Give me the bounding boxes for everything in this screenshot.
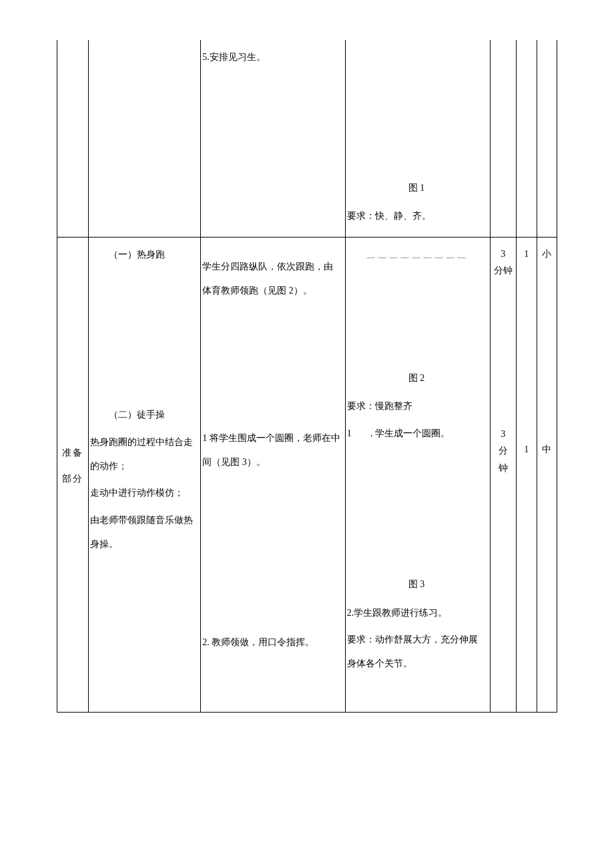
- figure-2-label: 图 2: [347, 366, 486, 390]
- time-b-unit2: 钟: [492, 460, 514, 476]
- cell-intensity: 小 中: [537, 237, 557, 712]
- count-b: 1: [518, 441, 535, 458]
- figure-1-placeholder: [347, 45, 486, 172]
- time-b-unit1: 分: [492, 442, 514, 459]
- teacher-item: 5.安排见习生。: [202, 45, 340, 69]
- student-req2: 要求：动作舒展大方，充分伸展身体各个关节。: [347, 628, 486, 677]
- cell-teacher: 5.安排见习生。: [201, 40, 345, 237]
- cell-intensity: [537, 40, 557, 237]
- cell-count: [516, 40, 537, 237]
- content-heading-1: （一）热身跑: [90, 243, 197, 267]
- section-label: 准备 部分: [57, 238, 88, 490]
- figure-2-placeholder: [347, 276, 486, 362]
- cell-section: [57, 40, 89, 237]
- cell-student: 图 1 要求：快、静、齐。: [345, 40, 490, 237]
- lesson-plan-table: 5.安排见习生。 图 1 要求：快、静、齐。 准备 部分 （一）热身跑 （二）徒…: [57, 40, 557, 713]
- count-a: 1: [518, 246, 535, 262]
- dash-line: — — — — — — — — —: [347, 247, 486, 268]
- cell-content: [88, 40, 201, 237]
- student-requirement: 要求：快、静、齐。: [347, 204, 486, 228]
- section-label-a: 准备: [57, 443, 88, 464]
- content-p2: 走动中进行动作模仿；: [90, 481, 197, 505]
- content-p1: 热身跑圈的过程中结合走的动作；: [90, 430, 197, 479]
- content-p3: 由老师带领跟随音乐做热身操。: [90, 508, 197, 557]
- cell-time: 3 分钟 3 分 钟: [491, 237, 516, 712]
- time-a-unit: 分钟: [492, 262, 514, 279]
- cell-student: — — — — — — — — — 图 2 要求：慢跑整齐 1 . 学生成一个圆…: [345, 237, 490, 712]
- figure-3-label: 图 3: [347, 572, 486, 596]
- figure-1-label: 图 1: [347, 176, 486, 200]
- table-row: 5.安排见习生。 图 1 要求：快、静、齐。: [57, 40, 557, 237]
- teacher-t1: 学生分四路纵队，依次跟跑，由体育教师领跑（见图 2）。: [202, 255, 340, 304]
- cell-teacher: 学生分四路纵队，依次跟跑，由体育教师领跑（见图 2）。 1 将学生围成一个圆圈，…: [201, 237, 345, 712]
- section-label-b: 部分: [57, 469, 88, 490]
- teacher-t2: 1 将学生围成一个圆圈，老师在中间（见图 3）。: [202, 426, 340, 475]
- cell-content: （一）热身跑 （二）徒手操 热身跑圈的过程中结合走的动作； 走动中进行动作模仿；…: [88, 237, 201, 712]
- intensity-b: 中: [539, 441, 555, 458]
- cell-time: [491, 40, 516, 237]
- cell-section: 准备 部分: [57, 237, 89, 712]
- content-heading-2: （二）徒手操: [90, 403, 197, 427]
- student-p1: 1 . 学生成一个圆圈。: [347, 422, 486, 446]
- intensity-a: 小: [539, 246, 555, 262]
- cell-count: 1 1: [516, 237, 537, 712]
- table-row: 准备 部分 （一）热身跑 （二）徒手操 热身跑圈的过程中结合走的动作； 走动中进…: [57, 237, 557, 712]
- student-p2: 2.学生跟教师进行练习。: [347, 601, 486, 625]
- student-req1: 要求：慢跑整齐: [347, 394, 486, 418]
- time-b: 3: [492, 426, 514, 442]
- teacher-t3: 2. 教师领做，用口令指挥。: [202, 630, 340, 655]
- figure-3-placeholder: [347, 448, 486, 568]
- time-a: 3: [492, 246, 514, 262]
